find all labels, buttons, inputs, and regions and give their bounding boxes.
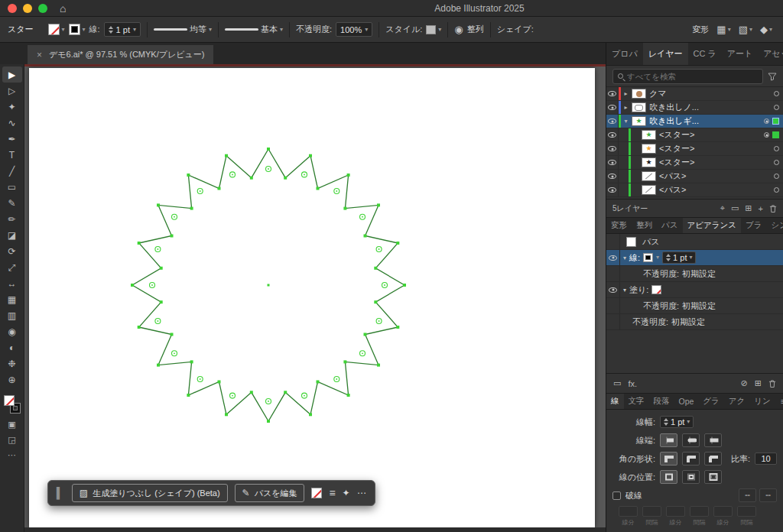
layer-name[interactable]: 吹き出しギ... (649, 115, 761, 127)
opacity-field[interactable]: 100% ▾ (336, 22, 372, 37)
stroke-tab-1[interactable]: 文字 (624, 394, 649, 409)
fill-color-control[interactable]: ▾ (48, 24, 65, 35)
filter-icon[interactable] (768, 72, 777, 81)
target-icon[interactable] (764, 132, 769, 138)
layer-row[interactable]: ▾★吹き出しギ... (606, 115, 783, 128)
brush-definition-control[interactable]: 基本 ▾ (225, 24, 283, 35)
effects-options-icon[interactable]: ▧▾ (739, 24, 752, 35)
stroke-color-chip[interactable] (643, 253, 653, 262)
star-shape[interactable] (29, 68, 595, 527)
projecting-cap-button[interactable] (704, 433, 722, 447)
visibility-toggle[interactable] (606, 87, 619, 100)
gradient-tool[interactable]: ▥ (2, 307, 22, 323)
direct-selection-tool[interactable]: ▷ (2, 83, 22, 99)
fill-color-chip[interactable] (651, 285, 661, 294)
butt-cap-button[interactable] (660, 433, 677, 447)
dash-preserve-icon[interactable]: ╍ (739, 488, 756, 502)
visibility-toggle[interactable] (606, 128, 619, 141)
more-options-icon[interactable]: ⋯ (357, 488, 366, 498)
pasteboard[interactable]: ▍ ▨ 生成塗りつぶし (シェイプ) (Beta) ✎ パスを編集 ≡ ✦ ⋯ (24, 64, 606, 527)
expand-arrow-icon[interactable]: ▾ (623, 287, 626, 294)
fill-none-indicator[interactable] (311, 488, 322, 498)
visibility-toggle[interactable] (606, 282, 620, 297)
delete-layer-icon[interactable] (769, 204, 777, 213)
transform-label[interactable]: 変形 (692, 24, 709, 35)
dash-input[interactable] (737, 506, 756, 517)
stroke-color-control[interactable]: ▾ (69, 24, 86, 35)
new-sublayer-icon[interactable]: ⊞ (745, 203, 752, 213)
width-profile-control[interactable]: 均等 ▾ (154, 24, 212, 35)
visibility-toggle[interactable] (606, 142, 619, 155)
align-center-button[interactable] (660, 470, 677, 484)
new-layer-icon[interactable]: + (759, 204, 763, 213)
line-segment-tool[interactable]: ╱ (2, 163, 22, 179)
fill-none-swatch[interactable] (48, 24, 60, 35)
generate-variations-icon[interactable]: ✦ (343, 488, 350, 498)
blend-tool[interactable]: ◐ (2, 339, 22, 355)
target-icon[interactable] (774, 174, 779, 179)
round-cap-button[interactable] (682, 433, 700, 447)
stroke-tab-0[interactable]: 線 (606, 394, 624, 409)
layer-row[interactable]: ★<スター> (606, 142, 783, 156)
recolor-artwork-icon[interactable]: ◉ (454, 24, 463, 35)
paintbrush-tool[interactable]: ✎ (2, 195, 22, 211)
expand-arrow-icon[interactable]: ▾ (623, 255, 626, 261)
stroke-weight-field[interactable]: 1 pt ▾ (662, 251, 696, 264)
close-tab-icon[interactable]: × (37, 50, 42, 60)
appearance-tab-5[interactable]: シン (766, 218, 783, 233)
target-icon[interactable] (764, 118, 769, 124)
locate-object-icon[interactable]: ⌖ (720, 203, 725, 213)
rotate-tool[interactable]: ⟳ (2, 243, 22, 259)
layer-row[interactable]: ▸吹き出しノ... (606, 101, 783, 115)
visibility-toggle[interactable] (606, 156, 619, 169)
add-stroke-icon[interactable]: ▭ (613, 378, 621, 388)
selection-tool[interactable]: ▶ (2, 66, 22, 83)
target-icon[interactable] (774, 187, 779, 193)
appearance-tab-1[interactable]: 整列 (632, 218, 657, 233)
drag-handle[interactable]: ▍ (57, 487, 65, 499)
miter-limit-field[interactable]: 10 (755, 453, 777, 465)
appearance-fill-row[interactable]: ▾ 塗り: (606, 282, 783, 298)
align-outside-button[interactable] (704, 470, 722, 484)
dash-input[interactable] (666, 506, 685, 517)
rectangle-tool[interactable]: ▭ (2, 179, 22, 195)
graphic-style-control[interactable]: ▾ (426, 25, 441, 34)
fill-stroke-indicator[interactable] (4, 395, 21, 414)
magic-wand-tool[interactable]: ✦ (2, 99, 22, 115)
draw-mode-icon[interactable]: ▣ (8, 420, 15, 430)
dash-align-icon[interactable]: ╍ (759, 488, 777, 502)
miter-join-button[interactable] (660, 452, 677, 466)
stroke-tab-6[interactable]: リン (749, 394, 775, 409)
dash-input[interactable] (642, 506, 661, 517)
edit-path-button[interactable]: ✎ パスを編集 (235, 484, 305, 502)
layer-row[interactable]: ★<スター> (606, 128, 783, 142)
search-input[interactable] (627, 72, 758, 81)
panel-tab-2[interactable]: CC ラ (688, 43, 722, 65)
properties-list-icon[interactable]: ≡ (329, 487, 335, 499)
layer-row[interactable]: ▸クマ (606, 87, 783, 101)
target-icon[interactable] (774, 91, 779, 96)
minimize-window-button[interactable] (23, 4, 32, 13)
opacity-value-link[interactable]: 初期設定 (682, 268, 716, 280)
layer-row[interactable]: <パス> (606, 183, 783, 197)
scale-tool[interactable]: ⤢ (2, 259, 22, 275)
document-tab[interactable]: × デモ6.ai* @ 97.51 % (CMYK/プレビュー) (28, 45, 213, 64)
weight-field[interactable]: 1 pt ▾ (660, 416, 694, 428)
pen-tool[interactable]: ✒ (2, 131, 22, 147)
eraser-tool[interactable]: ◪ (2, 227, 22, 243)
panel-tab-3[interactable]: アート (722, 43, 759, 65)
zoom-tool[interactable]: ⊕ (2, 371, 22, 388)
stroke-tab-4[interactable]: グラ (698, 394, 724, 409)
layer-name[interactable]: <スター> (659, 129, 761, 141)
round-join-button[interactable] (682, 452, 700, 466)
layer-row[interactable]: ★<スター> (606, 156, 783, 170)
layer-name[interactable]: <スター> (659, 157, 771, 168)
add-effect-icon[interactable]: fx. (628, 379, 637, 388)
artboard[interactable] (29, 68, 595, 527)
lasso-tool[interactable]: ∿ (2, 115, 22, 131)
panel-tab-0[interactable]: プロパ (606, 43, 643, 65)
stroke-tab-3[interactable]: Ope (674, 394, 699, 409)
dash-input[interactable] (619, 506, 638, 517)
close-window-button[interactable] (8, 4, 17, 13)
opacity-value-link[interactable]: 初期設定 (671, 316, 705, 328)
